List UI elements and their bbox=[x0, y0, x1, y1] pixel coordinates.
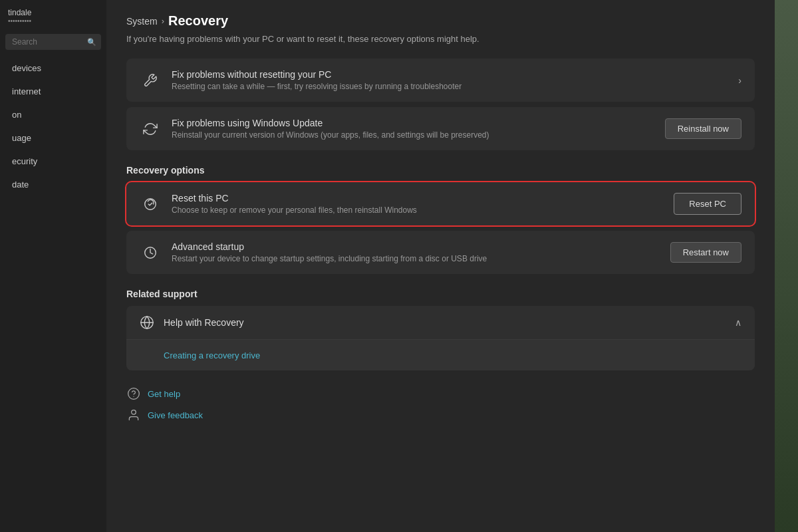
breadcrumb-recovery: Recovery bbox=[168, 13, 228, 29]
username-sub: •••••••••• bbox=[8, 17, 100, 25]
sidebar-item-update[interactable]: date bbox=[3, 174, 104, 196]
creating-recovery-drive-link[interactable]: Creating a recovery drive bbox=[164, 350, 260, 360]
sidebar-item-devices[interactable]: devices bbox=[3, 57, 104, 79]
reset-pc-action: Reset PC bbox=[674, 193, 741, 215]
get-help-icon bbox=[126, 386, 141, 401]
recovery-options-section: Reset this PC Choose to keep or remove y… bbox=[126, 182, 755, 274]
advanced-startup-desc: Restart your device to change startup se… bbox=[172, 254, 660, 263]
reset-pc-content: Reset this PC Choose to keep or remove y… bbox=[172, 193, 663, 215]
username-text: tindale bbox=[8, 8, 100, 17]
sidebar-item-on[interactable]: on bbox=[3, 104, 104, 126]
restart-now-button[interactable]: Restart now bbox=[670, 242, 741, 263]
reset-pc-icon bbox=[140, 194, 161, 215]
help-with-recovery-title: Help with Recovery bbox=[164, 317, 726, 328]
search-wrapper: 🔍 bbox=[5, 34, 101, 50]
help-with-recovery-content: Creating a recovery drive bbox=[126, 339, 755, 370]
sidebar-item-label: date bbox=[12, 180, 29, 190]
reset-pc-title: Reset this PC bbox=[172, 193, 663, 203]
restart-now-action: Restart now bbox=[670, 242, 741, 263]
get-help-item[interactable]: Get help bbox=[126, 386, 755, 401]
sidebar-item-security[interactable]: ecurity bbox=[3, 150, 104, 172]
sidebar: tindale •••••••••• 🔍 devices internet on… bbox=[0, 0, 106, 532]
page-subtitle: If you're having problems with your PC o… bbox=[126, 34, 755, 44]
sidebar-item-label: internet bbox=[12, 86, 41, 96]
reset-pc-card: Reset this PC Choose to keep or remove y… bbox=[126, 182, 755, 225]
get-help-label: Get help bbox=[148, 389, 180, 399]
right-panel bbox=[775, 0, 798, 532]
main-content: System › Recovery If you're having probl… bbox=[106, 0, 775, 532]
fix-without-reset-desc: Resetting can take a while — first, try … bbox=[172, 82, 728, 91]
fix-without-reset-content: Fix problems without resetting your PC R… bbox=[172, 69, 728, 91]
reset-pc-button[interactable]: Reset PC bbox=[674, 193, 741, 215]
fix-windows-update-content: Fix problems using Windows Update Reinst… bbox=[172, 118, 654, 140]
fix-without-reset-card[interactable]: Fix problems without resetting your PC R… bbox=[126, 59, 755, 102]
refresh-icon bbox=[140, 118, 161, 140]
wrench-icon bbox=[140, 70, 161, 91]
sidebar-item-label: on bbox=[12, 110, 21, 120]
sidebar-item-label: devices bbox=[12, 63, 41, 73]
sidebar-username: tindale •••••••••• bbox=[0, 0, 106, 30]
help-with-recovery-header[interactable]: Help with Recovery ∧ bbox=[126, 306, 755, 339]
related-support-header: Related support bbox=[126, 289, 755, 299]
reinstall-now-button[interactable]: Reinstall now bbox=[665, 118, 741, 139]
chevron-up-icon: ∧ bbox=[735, 317, 741, 328]
advanced-startup-content: Advanced startup Restart your device to … bbox=[172, 241, 660, 263]
help-with-recovery-card: Help with Recovery ∧ Creating a recovery… bbox=[126, 306, 755, 370]
fix-without-reset-arrow: › bbox=[738, 74, 741, 86]
sidebar-item-internet[interactable]: internet bbox=[3, 80, 104, 102]
globe-icon bbox=[140, 315, 154, 330]
svg-point-6 bbox=[132, 410, 136, 415]
breadcrumb: System › Recovery bbox=[126, 13, 755, 29]
related-support-section: Related support Help with Recovery ∧ Cre… bbox=[126, 289, 755, 370]
reinstall-now-action: Reinstall now bbox=[665, 118, 741, 139]
svg-point-4 bbox=[128, 388, 140, 400]
fix-windows-update-card: Fix problems using Windows Update Reinst… bbox=[126, 107, 755, 150]
breadcrumb-system: System bbox=[126, 16, 158, 27]
give-feedback-label: Give feedback bbox=[148, 410, 203, 420]
sidebar-item-label: uage bbox=[12, 133, 31, 143]
fix-windows-update-desc: Reinstall your current version of Window… bbox=[172, 130, 654, 140]
breadcrumb-separator: › bbox=[162, 16, 164, 26]
fix-windows-update-title: Fix problems using Windows Update bbox=[172, 118, 654, 128]
chevron-right-icon: › bbox=[738, 75, 741, 86]
reset-pc-desc: Choose to keep or remove your personal f… bbox=[172, 205, 663, 215]
sidebar-item-label: ecurity bbox=[12, 156, 37, 166]
fix-without-reset-title: Fix problems without resetting your PC bbox=[172, 69, 728, 80]
sidebar-item-language[interactable]: uage bbox=[3, 127, 104, 149]
advanced-startup-title: Advanced startup bbox=[172, 241, 660, 252]
recovery-options-header: Recovery options bbox=[126, 165, 755, 176]
search-icon: 🔍 bbox=[87, 38, 96, 47]
feedback-icon bbox=[126, 408, 141, 422]
advanced-startup-card: Advanced startup Restart your device to … bbox=[126, 231, 755, 274]
give-feedback-item[interactable]: Give feedback bbox=[126, 408, 755, 422]
footer-links: Get help Give feedback bbox=[126, 386, 755, 422]
advanced-startup-icon bbox=[140, 242, 161, 263]
